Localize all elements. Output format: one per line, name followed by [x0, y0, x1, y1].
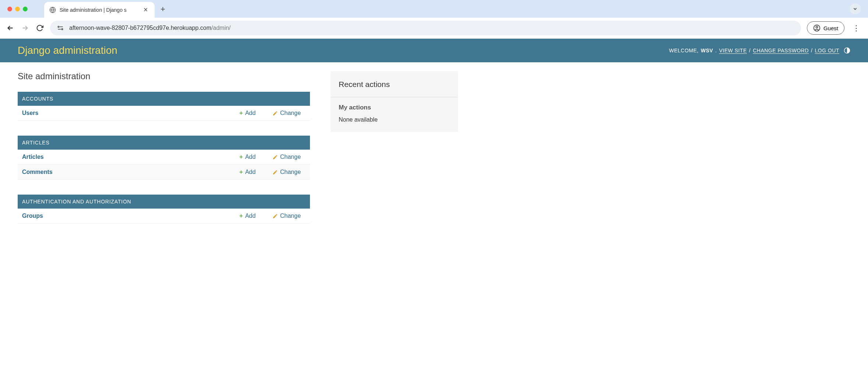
add-label: Add — [245, 213, 255, 219]
pencil-icon — [272, 213, 278, 219]
address-bar[interactable]: afternoon-wave-82807-b672795cd97e.heroku… — [50, 21, 801, 35]
module-header[interactable]: AUTHENTICATION AND AUTHORIZATION — [18, 195, 310, 209]
my-actions-heading: My actions — [339, 104, 450, 111]
module-auth: AUTHENTICATION AND AUTHORIZATION Groups … — [18, 195, 310, 224]
page-title: Site administration — [18, 71, 310, 81]
brand-title[interactable]: Django administration — [18, 45, 117, 56]
change-link[interactable]: Change — [272, 213, 306, 219]
reload-button[interactable] — [35, 24, 44, 32]
add-label: Add — [245, 154, 255, 160]
username: WSV — [701, 48, 713, 53]
plus-icon: + — [239, 153, 243, 161]
change-label: Change — [280, 110, 301, 116]
close-tab-button[interactable]: ✕ — [142, 6, 149, 13]
divider — [331, 97, 458, 97]
pencil-icon — [272, 170, 278, 175]
none-available-text: None available — [339, 116, 450, 123]
tab-bar: Site administration | Django s ✕ + — [0, 0, 868, 18]
add-label: Add — [245, 110, 255, 116]
maximize-window-button[interactable] — [23, 7, 28, 11]
pencil-icon — [272, 111, 278, 116]
minimize-window-button[interactable] — [15, 7, 20, 11]
change-link[interactable]: Change — [272, 154, 306, 160]
site-settings-icon[interactable] — [57, 24, 64, 32]
back-button[interactable] — [6, 24, 15, 32]
content: Site administration ACCOUNTS Users + Add… — [0, 62, 868, 247]
profile-button[interactable]: Guest — [807, 21, 844, 35]
module-accounts: ACCOUNTS Users + Add Change — [18, 92, 310, 121]
change-label: Change — [280, 213, 301, 219]
model-link[interactable]: Articles — [22, 154, 239, 160]
add-link[interactable]: + Add — [239, 212, 272, 220]
globe-icon — [49, 7, 56, 13]
pencil-icon — [272, 154, 278, 160]
change-label: Change — [280, 169, 301, 175]
url-host: afternoon-wave-82807-b672795cd97e.heroku… — [69, 25, 211, 31]
module-header[interactable]: ACCOUNTS — [18, 92, 310, 106]
sidebar-recent-actions: Recent actions My actions None available — [331, 71, 458, 132]
change-link[interactable]: Change — [272, 110, 306, 116]
module-header[interactable]: ARTICLES — [18, 136, 310, 150]
model-row-groups: Groups + Add Change — [18, 209, 310, 224]
plus-icon: + — [239, 168, 243, 176]
view-site-link[interactable]: VIEW SITE — [719, 48, 747, 53]
svg-point-1 — [58, 26, 59, 27]
plus-icon: + — [239, 212, 243, 220]
close-window-button[interactable] — [7, 7, 12, 11]
model-link[interactable]: Users — [22, 110, 239, 116]
model-row-articles: Articles + Add Change — [18, 150, 310, 165]
change-password-link[interactable]: CHANGE PASSWORD — [753, 48, 809, 53]
django-header: Django administration WELCOME, WSV. VIEW… — [0, 39, 868, 62]
svg-point-6 — [816, 26, 818, 28]
model-row-comments: Comments + Add Change — [18, 165, 310, 180]
theme-toggle-icon[interactable] — [844, 47, 850, 54]
welcome-text: WELCOME, — [669, 48, 698, 53]
plus-icon: + — [239, 109, 243, 117]
add-link[interactable]: + Add — [239, 168, 272, 176]
model-link[interactable]: Groups — [22, 213, 239, 219]
window-controls — [0, 0, 35, 18]
main-column: Site administration ACCOUNTS Users + Add… — [18, 71, 310, 238]
new-tab-button[interactable]: + — [155, 1, 171, 18]
browser-tab[interactable]: Site administration | Django s ✕ — [44, 2, 155, 18]
add-link[interactable]: + Add — [239, 153, 272, 161]
tab-title: Site administration | Django s — [60, 7, 138, 13]
url-path: /admin/ — [211, 25, 230, 31]
svg-point-3 — [61, 29, 63, 30]
add-label: Add — [245, 169, 255, 175]
profile-label: Guest — [823, 25, 838, 31]
browser-toolbar: afternoon-wave-82807-b672795cd97e.heroku… — [0, 18, 868, 39]
forward-button[interactable] — [21, 24, 29, 32]
module-articles: ARTICLES Articles + Add Change Comments … — [18, 136, 310, 180]
browser-chrome: Site administration | Django s ✕ + after… — [0, 0, 868, 39]
recent-actions-heading: Recent actions — [339, 80, 450, 89]
model-row-users: Users + Add Change — [18, 106, 310, 121]
change-link[interactable]: Change — [272, 169, 306, 175]
tabs-dropdown-button[interactable] — [850, 3, 861, 14]
logout-link[interactable]: LOG OUT — [815, 48, 839, 53]
user-bar: WELCOME, WSV. VIEW SITE / CHANGE PASSWOR… — [669, 47, 850, 54]
model-link[interactable]: Comments — [22, 169, 239, 175]
add-link[interactable]: + Add — [239, 109, 272, 117]
change-label: Change — [280, 154, 301, 160]
url-text: afternoon-wave-82807-b672795cd97e.heroku… — [69, 25, 231, 31]
browser-menu-button[interactable]: ⋮ — [850, 24, 862, 32]
